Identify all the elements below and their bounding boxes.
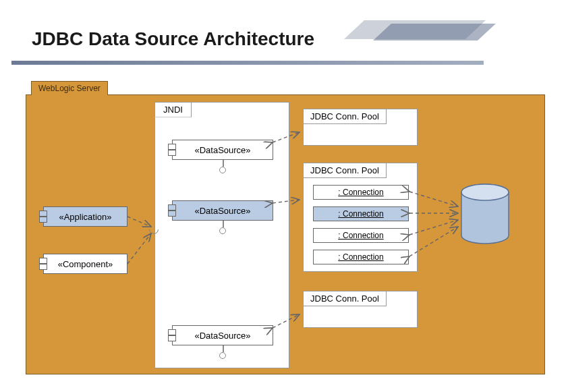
weblogic-server-label: WebLogic Server <box>31 81 108 95</box>
svg-line-4 <box>127 217 151 227</box>
jdbc-pool-2-label: JDBC Conn. Pool <box>303 163 387 178</box>
connection-3: : Connection <box>313 228 409 243</box>
jndi-label: JNDI <box>154 102 192 117</box>
datasource-2-label: «DataSource» <box>194 206 250 216</box>
connection-2: : Connection <box>313 206 409 221</box>
datasource-2: «DataSource» <box>172 200 273 221</box>
jdbc-pool-1-label: JDBC Conn. Pool <box>303 109 387 124</box>
datasource-1: «DataSource» <box>172 140 273 160</box>
jndi-container: JNDI «DataSource» «DataSource» «DataSour… <box>154 102 289 368</box>
slide-title: JDBC Data Source Architecture <box>32 28 314 50</box>
component-component: «Component» <box>43 254 127 274</box>
jdbc-pool-3: JDBC Conn. Pool <box>303 291 418 328</box>
svg-line-5 <box>127 233 151 264</box>
slide-title-bar: JDBC Data Source Architecture <box>11 19 484 59</box>
application-component: «Application» <box>43 206 127 227</box>
database-icon <box>458 183 512 247</box>
datasource-3-label: «DataSource» <box>194 331 250 341</box>
jdbc-pool-1: JDBC Conn. Pool <box>303 109 418 146</box>
application-label: «Application» <box>59 212 111 222</box>
jdbc-pool-3-label: JDBC Conn. Pool <box>303 291 387 306</box>
weblogic-server-container: WebLogic Server JNDI «DataSource» «DataS… <box>26 81 545 374</box>
datasource-3: «DataSource» <box>172 325 273 345</box>
connection-4: : Connection <box>313 250 409 264</box>
component-label: «Component» <box>58 259 113 269</box>
jdbc-pool-2: JDBC Conn. Pool : Connection : Connectio… <box>303 163 418 272</box>
connection-1: : Connection <box>313 185 409 200</box>
svg-point-3 <box>461 184 509 200</box>
datasource-1-label: «DataSource» <box>194 145 250 155</box>
weblogic-server-box: JNDI «DataSource» «DataSource» «DataSour… <box>26 94 545 374</box>
title-underline <box>11 61 484 65</box>
